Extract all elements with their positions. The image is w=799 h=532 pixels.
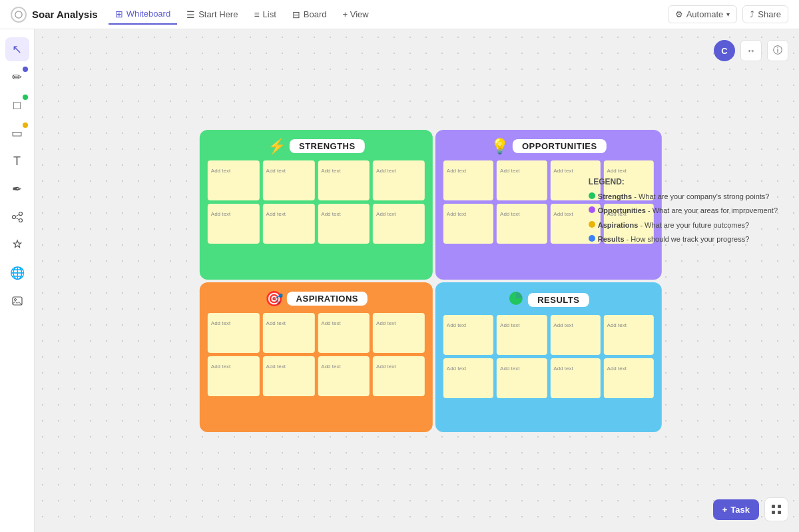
sidebar-item-effects[interactable] — [5, 233, 29, 257]
list-item[interactable]: Add text — [497, 315, 547, 355]
aspirations-title: ASPIRATIONS — [287, 292, 368, 306]
tab-whiteboard[interactable]: ⊞ Whiteboard — [109, 5, 177, 25]
list-item[interactable]: Add text — [373, 313, 425, 353]
list-item[interactable]: Add text — [443, 204, 493, 244]
sticky-label: Add text — [266, 211, 286, 217]
tab-view[interactable]: + View — [336, 5, 376, 23]
sidebar-item-connect[interactable] — [5, 205, 29, 229]
strengths-legend-desc: - What are your company's strong points? — [632, 192, 769, 200]
sidebar-item-select[interactable]: ↖ — [5, 37, 29, 61]
info-button[interactable]: ⓘ — [767, 40, 788, 61]
list-item[interactable]: Add text — [497, 160, 547, 200]
sidebar-item-sticky[interactable]: ▭ — [5, 121, 29, 145]
app-logo — [11, 7, 27, 23]
legend-title: LEGEND: — [589, 177, 778, 186]
bottom-right-controls: + Task — [713, 497, 788, 521]
list-item[interactable]: Add text — [497, 358, 547, 398]
results-header: RESULTS — [443, 290, 654, 310]
list-item[interactable]: Add text — [550, 358, 600, 398]
grid-view-button[interactable] — [764, 497, 788, 521]
strengths-grid: Add text Add text Add text Add text Add … — [208, 160, 425, 244]
list-item[interactable]: Add text — [263, 204, 315, 244]
svg-point-1 — [12, 216, 15, 219]
list-item[interactable]: Add text — [318, 204, 370, 244]
results-legend-desc: - How should we track your progress? — [625, 235, 750, 243]
aspirations-header: 🎯 ASPIRATIONS — [208, 290, 425, 308]
sticky-label: Add text — [607, 322, 627, 328]
sticky-label: Add text — [500, 322, 519, 328]
list-item[interactable]: Add text — [443, 358, 493, 398]
main-layout: ↖ ✏ □ ▭ T ✒ 🌐 C ↔ — [0, 29, 799, 532]
strengths-legend-dot — [589, 192, 595, 199]
topbar-right: ⚙ Automate ▾ ⤴ Share — [668, 5, 788, 23]
strengths-legend-key: Strengths — [598, 192, 632, 200]
list-item[interactable]: Add text — [318, 160, 370, 200]
aspirations-legend-dot — [589, 221, 595, 228]
list-item[interactable]: Add text — [373, 356, 425, 396]
sidebar-item-pen[interactable]: ✒ — [5, 177, 29, 201]
list-item[interactable]: Add text — [318, 356, 370, 396]
list-item[interactable]: Add text — [318, 313, 370, 353]
task-button[interactable]: + Task — [713, 499, 759, 520]
sticky-label: Add text — [321, 211, 340, 217]
list-item[interactable]: Add text — [208, 204, 260, 244]
sticky-label: Add text — [447, 168, 466, 174]
fit-view-button[interactable]: ↔ — [740, 40, 762, 61]
task-plus-icon: + — [722, 505, 728, 515]
tab-board[interactable]: ⊟ Board — [286, 5, 334, 24]
svg-point-0 — [15, 11, 22, 17]
project-title: Soar Analysis — [32, 9, 98, 20]
sidebar-item-shape[interactable]: □ — [5, 93, 29, 117]
sidebar-item-globe[interactable]: 🌐 — [5, 261, 29, 285]
sticky-label: Add text — [553, 211, 573, 217]
quadrant-strengths: ⚡ STRENGTHS Add text Add text Add text A… — [200, 130, 433, 280]
results-icon — [508, 290, 524, 310]
tab-start-here[interactable]: ☰ Start Here — [180, 5, 244, 24]
draw-dot — [23, 67, 28, 72]
strengths-title: STRENGTHS — [290, 139, 365, 153]
sticky-label: Add text — [500, 211, 519, 217]
list-item[interactable]: Add text — [263, 313, 315, 353]
results-legend-dot — [589, 235, 595, 242]
results-legend-key: Results — [598, 235, 625, 243]
sticky-label: Add text — [211, 168, 230, 174]
topbar: Soar Analysis ⊞ Whiteboard ☰ Start Here … — [0, 0, 799, 29]
list-item[interactable]: Add text — [373, 160, 425, 200]
list-item[interactable]: Add text — [373, 204, 425, 244]
sidebar-item-draw[interactable]: ✏ — [5, 65, 29, 89]
opportunities-legend-dot — [589, 206, 595, 213]
list-item[interactable]: Add text — [208, 313, 260, 353]
sticky-label: Add text — [266, 364, 286, 370]
list-item[interactable]: Add text — [604, 315, 654, 355]
list-item[interactable]: Add text — [208, 356, 260, 396]
shape-dot — [23, 95, 28, 100]
svg-rect-8 — [772, 505, 775, 508]
legend-item-aspirations: Aspirations - What are your future outco… — [589, 220, 778, 230]
tab-list[interactable]: ≡ List — [247, 5, 282, 24]
opportunities-legend-key: Opportunities — [598, 206, 646, 214]
list-item[interactable]: Add text — [263, 160, 315, 200]
quadrant-aspirations: 🎯 ASPIRATIONS Add text Add text Add text… — [200, 282, 433, 432]
sticky-label: Add text — [321, 320, 340, 326]
list-item[interactable]: Add text — [443, 315, 493, 355]
list-item[interactable]: Add text — [443, 160, 493, 200]
sidebar-item-image[interactable] — [5, 289, 29, 313]
sticky-label: Add text — [607, 366, 627, 372]
canvas[interactable]: C ↔ ⓘ ⚡ STRENGTHS Add text Add text Add … — [35, 29, 799, 532]
list-item[interactable]: Add text — [263, 356, 315, 396]
list-item[interactable]: Add text — [208, 160, 260, 200]
list-item[interactable]: Add text — [550, 315, 600, 355]
automate-button[interactable]: ⚙ Automate ▾ — [668, 5, 738, 23]
sidebar-item-text[interactable]: T — [5, 149, 29, 173]
sticky-label: Add text — [266, 168, 286, 174]
svg-line-5 — [15, 218, 19, 220]
sticky-label: Add text — [211, 320, 230, 326]
svg-point-3 — [19, 219, 22, 222]
avatar[interactable]: C — [714, 40, 735, 61]
start-here-icon: ☰ — [186, 9, 195, 20]
share-button[interactable]: ⤴ Share — [742, 5, 788, 23]
opportunities-icon: 💡 — [491, 138, 509, 155]
list-item[interactable]: Add text — [497, 204, 547, 244]
list-item[interactable]: Add text — [604, 358, 654, 398]
sticky-label: Add text — [211, 211, 230, 217]
